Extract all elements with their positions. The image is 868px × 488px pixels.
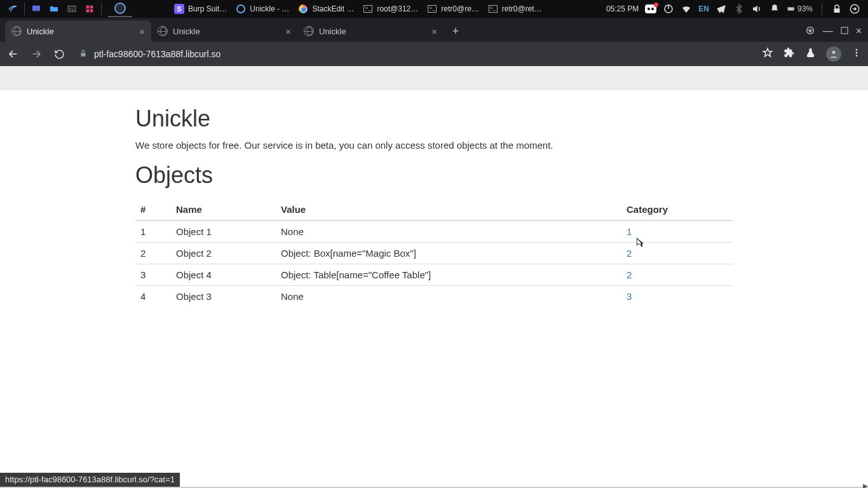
bookmark-star-icon[interactable] (762, 47, 773, 61)
nav-reload-button[interactable] (52, 47, 66, 61)
desktop-icon[interactable] (27, 0, 45, 18)
kali-menu-icon[interactable] (4, 0, 22, 18)
taskbar-window[interactable]: retr0@re… (423, 0, 483, 18)
table-header-row: # Name Value Category (135, 199, 733, 220)
battery-percent: 93% (797, 4, 813, 13)
wifi-icon[interactable] (681, 3, 692, 15)
cell-category: 1 (621, 220, 733, 243)
cell-idx: 1 (135, 220, 171, 243)
svg-rect-5 (90, 10, 93, 13)
files-icon[interactable] (45, 0, 63, 18)
cell-category: 2 (621, 264, 733, 286)
browser-tab[interactable]: Unickle × (5, 20, 151, 42)
burp-icon: S (174, 4, 184, 14)
svg-rect-8 (788, 8, 793, 10)
taskbar-launchers (4, 0, 132, 18)
window-close-icon[interactable]: × (856, 25, 862, 38)
labs-icon[interactable] (805, 48, 816, 61)
category-link[interactable]: 2 (627, 248, 632, 259)
volume-icon[interactable] (751, 3, 763, 15)
new-tab-button[interactable]: + (446, 22, 465, 41)
app-grid-icon[interactable] (81, 0, 98, 18)
close-icon[interactable]: × (431, 26, 437, 37)
table-row: 2 Object 2 Object: Box[name="Magic Box"]… (135, 243, 733, 264)
category-link[interactable]: 1 (627, 226, 632, 237)
col-header-value: Value (276, 199, 621, 220)
svg-rect-3 (90, 6, 93, 9)
kebab-menu-icon[interactable] (851, 48, 862, 60)
svg-point-17 (856, 52, 858, 54)
taskbar-window[interactable]: StackEdit … (294, 0, 358, 18)
logout-icon[interactable] (849, 3, 860, 15)
nav-forward-button[interactable] (29, 47, 43, 61)
chrome-icon (298, 4, 308, 14)
clock[interactable]: 05:25 PM (606, 4, 639, 13)
extensions-icon[interactable] (783, 47, 795, 61)
page-title: Unickle (135, 105, 733, 132)
notifications-icon[interactable] (769, 3, 780, 15)
col-header-category: Category (621, 199, 733, 220)
globe-icon (304, 26, 314, 36)
cell-category: 3 (621, 286, 733, 308)
terminal-icon[interactable] (63, 0, 81, 18)
window-minimize-icon[interactable]: — (823, 25, 833, 38)
taskbar-active-chromium[interactable] (108, 1, 132, 17)
discord-icon[interactable] (645, 3, 656, 15)
cell-name: Object 4 (171, 264, 276, 286)
power-icon[interactable] (663, 3, 674, 15)
objects-heading: Objects (135, 162, 733, 189)
cell-idx: 4 (135, 286, 171, 308)
browser-tabstrip: Unickle × Unickle × Unickle × + — × (0, 18, 868, 42)
chromium-icon (236, 4, 246, 14)
svg-rect-13 (841, 27, 848, 34)
toolbar-actions (762, 46, 862, 62)
address-bar[interactable]: ptl-fac98600-7613a88f.libcurl.so (75, 49, 753, 60)
taskbar-window-label: root@312… (377, 4, 418, 13)
svg-point-15 (832, 51, 835, 54)
page-lead: We store objects for free. Our service i… (135, 140, 733, 151)
cell-value: Object: Box[name="Magic Box"] (276, 243, 621, 264)
bluetooth-icon[interactable] (733, 3, 745, 15)
close-icon[interactable]: × (139, 26, 145, 37)
svg-point-18 (856, 55, 858, 57)
nav-back-button[interactable] (6, 47, 20, 61)
browser-tab[interactable]: Unickle × (151, 20, 297, 42)
taskbar-window[interactable]: root@312… (359, 0, 422, 18)
table-row: 4 Object 3 None 3 (135, 286, 733, 308)
close-icon[interactable]: × (285, 26, 291, 37)
cell-idx: 3 (135, 264, 171, 286)
tab-search-icon[interactable] (805, 25, 815, 38)
category-link[interactable]: 2 (627, 269, 632, 280)
lock-icon[interactable] (831, 3, 843, 15)
browser-tab[interactable]: Unickle × (297, 20, 444, 42)
browser-toolbar: ptl-fac98600-7613a88f.libcurl.so (0, 42, 868, 66)
taskbar-window[interactable]: SBurp Suit… (170, 0, 231, 18)
page-content: Unickle We store objects for free. Our s… (0, 105, 868, 307)
svg-rect-2 (86, 6, 90, 9)
globe-icon (158, 26, 168, 36)
taskbar-window[interactable]: Unickle - … (232, 0, 293, 18)
terminal-icon (427, 4, 437, 14)
svg-rect-0 (32, 6, 40, 11)
cell-idx: 2 (135, 243, 171, 264)
battery-icon[interactable]: 93% (787, 3, 813, 15)
profile-avatar[interactable] (826, 46, 841, 62)
cell-name: Object 2 (171, 243, 276, 264)
cell-value: None (276, 220, 621, 243)
terminal-icon (488, 4, 498, 14)
terminal-icon (363, 4, 373, 14)
taskbar-window-label: retr0@re… (441, 4, 479, 13)
keyboard-lang[interactable]: EN (698, 4, 709, 13)
taskbar-window[interactable]: retr0@ret… (484, 0, 546, 18)
cell-value: None (276, 286, 621, 308)
separator (822, 3, 822, 15)
url-text: ptl-fac98600-7613a88f.libcurl.so (94, 49, 220, 59)
window-maximize-icon[interactable] (841, 25, 848, 38)
objects-table: # Name Value Category 1 Object 1 None 1 … (135, 199, 733, 307)
table-row: 3 Object 4 Object: Table[name="Coffee Ta… (135, 264, 733, 286)
taskbar-window-label: StackEdit … (312, 4, 354, 13)
svg-rect-1 (68, 6, 76, 11)
svg-rect-4 (86, 10, 90, 13)
telegram-icon[interactable] (715, 3, 727, 15)
category-link[interactable]: 3 (627, 291, 632, 302)
